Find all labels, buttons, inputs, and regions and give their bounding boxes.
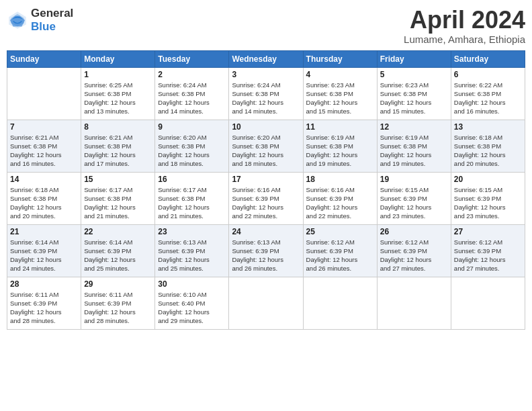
calendar-week-1: 1Sunrise: 6:25 AMSunset: 6:38 PMDaylight…	[7, 67, 525, 120]
day-info: Sunrise: 6:19 AMSunset: 6:38 PMDaylight:…	[306, 133, 374, 169]
day-number: 22	[84, 227, 152, 236]
calendar-cell: 9Sunrise: 6:20 AMSunset: 6:38 PMDaylight…	[155, 120, 229, 172]
day-info: Sunrise: 6:22 AMSunset: 6:38 PMDaylight:…	[454, 81, 522, 116]
calendar-cell	[377, 277, 451, 329]
day-info: Sunrise: 6:17 AMSunset: 6:38 PMDaylight:…	[158, 185, 226, 221]
title-block: April 2024 Lumame, Amhara, Ethiopia	[404, 7, 525, 45]
day-number: 2	[158, 70, 226, 79]
calendar-week-2: 7Sunrise: 6:21 AMSunset: 6:38 PMDaylight…	[7, 120, 525, 172]
calendar-cell: 16Sunrise: 6:17 AMSunset: 6:38 PMDayligh…	[155, 172, 229, 224]
day-info: Sunrise: 6:25 AMSunset: 6:38 PMDaylight:…	[84, 81, 152, 116]
day-info: Sunrise: 6:15 AMSunset: 6:39 PMDaylight:…	[454, 185, 522, 221]
calendar-cell	[451, 277, 525, 329]
weekday-wednesday: Wednesday	[229, 50, 303, 67]
weekday-header-row: SundayMondayTuesdayWednesdayThursdayFrid…	[7, 50, 525, 67]
day-info: Sunrise: 6:21 AMSunset: 6:38 PMDaylight:…	[10, 133, 78, 169]
calendar-cell: 19Sunrise: 6:15 AMSunset: 6:39 PMDayligh…	[377, 172, 451, 224]
calendar-cell: 23Sunrise: 6:13 AMSunset: 6:39 PMDayligh…	[155, 224, 229, 277]
day-info: Sunrise: 6:12 AMSunset: 6:39 PMDaylight:…	[380, 238, 448, 273]
day-info: Sunrise: 6:18 AMSunset: 6:38 PMDaylight:…	[454, 133, 522, 169]
day-number: 13	[454, 122, 522, 132]
day-number: 10	[232, 122, 300, 132]
day-info: Sunrise: 6:15 AMSunset: 6:39 PMDaylight:…	[380, 185, 448, 221]
day-number: 5	[380, 70, 448, 79]
calendar-cell: 18Sunrise: 6:16 AMSunset: 6:39 PMDayligh…	[303, 172, 377, 224]
page: General Blue April 2024 Lumame, Amhara, …	[0, 0, 532, 411]
day-number: 19	[380, 175, 448, 184]
day-info: Sunrise: 6:23 AMSunset: 6:38 PMDaylight:…	[380, 81, 448, 116]
day-info: Sunrise: 6:20 AMSunset: 6:38 PMDaylight:…	[158, 133, 226, 169]
calendar-cell: 21Sunrise: 6:14 AMSunset: 6:39 PMDayligh…	[7, 224, 81, 277]
calendar-week-4: 21Sunrise: 6:14 AMSunset: 6:39 PMDayligh…	[7, 224, 525, 277]
day-info: Sunrise: 6:23 AMSunset: 6:38 PMDaylight:…	[306, 81, 374, 116]
weekday-thursday: Thursday	[303, 50, 377, 67]
calendar-cell: 4Sunrise: 6:23 AMSunset: 6:38 PMDaylight…	[303, 67, 377, 120]
day-number: 29	[84, 279, 152, 289]
day-number: 30	[158, 279, 226, 289]
location: Lumame, Amhara, Ethiopia	[404, 34, 525, 45]
day-info: Sunrise: 6:21 AMSunset: 6:38 PMDaylight:…	[84, 133, 152, 169]
day-info: Sunrise: 6:19 AMSunset: 6:38 PMDaylight:…	[380, 133, 448, 169]
day-info: Sunrise: 6:18 AMSunset: 6:38 PMDaylight:…	[10, 185, 78, 221]
day-info: Sunrise: 6:16 AMSunset: 6:39 PMDaylight:…	[232, 185, 300, 221]
calendar-cell: 25Sunrise: 6:12 AMSunset: 6:39 PMDayligh…	[303, 224, 377, 277]
weekday-tuesday: Tuesday	[155, 50, 229, 67]
calendar-cell: 3Sunrise: 6:24 AMSunset: 6:38 PMDaylight…	[229, 67, 303, 120]
calendar-cell: 30Sunrise: 6:10 AMSunset: 6:40 PMDayligh…	[155, 277, 229, 329]
calendar-cell: 12Sunrise: 6:19 AMSunset: 6:38 PMDayligh…	[377, 120, 451, 172]
calendar-table: SundayMondayTuesdayWednesdayThursdayFrid…	[7, 50, 525, 330]
day-number: 18	[306, 175, 374, 184]
day-info: Sunrise: 6:20 AMSunset: 6:38 PMDaylight:…	[232, 133, 300, 169]
calendar-cell	[303, 277, 377, 329]
calendar-cell: 28Sunrise: 6:11 AMSunset: 6:39 PMDayligh…	[7, 277, 81, 329]
calendar-body: 1Sunrise: 6:25 AMSunset: 6:38 PMDaylight…	[7, 67, 525, 329]
day-number: 16	[158, 175, 226, 184]
calendar-cell: 22Sunrise: 6:14 AMSunset: 6:39 PMDayligh…	[81, 224, 155, 277]
day-info: Sunrise: 6:14 AMSunset: 6:39 PMDaylight:…	[84, 238, 152, 273]
day-info: Sunrise: 6:14 AMSunset: 6:39 PMDaylight:…	[10, 238, 78, 273]
calendar-cell: 13Sunrise: 6:18 AMSunset: 6:38 PMDayligh…	[451, 120, 525, 172]
day-number: 24	[232, 227, 300, 236]
calendar-cell: 24Sunrise: 6:13 AMSunset: 6:39 PMDayligh…	[229, 224, 303, 277]
day-number: 11	[306, 122, 374, 132]
calendar-cell: 26Sunrise: 6:12 AMSunset: 6:39 PMDayligh…	[377, 224, 451, 277]
calendar-header: SundayMondayTuesdayWednesdayThursdayFrid…	[7, 50, 525, 67]
day-info: Sunrise: 6:24 AMSunset: 6:38 PMDaylight:…	[232, 81, 300, 116]
calendar-week-5: 28Sunrise: 6:11 AMSunset: 6:39 PMDayligh…	[7, 277, 525, 329]
day-info: Sunrise: 6:17 AMSunset: 6:38 PMDaylight:…	[84, 185, 152, 221]
day-number: 8	[84, 122, 152, 132]
calendar-cell	[229, 277, 303, 329]
logo-text: General Blue	[31, 7, 73, 33]
day-number: 1	[84, 70, 152, 79]
day-number: 3	[232, 70, 300, 79]
day-number: 20	[454, 175, 522, 184]
calendar-cell: 27Sunrise: 6:12 AMSunset: 6:39 PMDayligh…	[451, 224, 525, 277]
day-number: 9	[158, 122, 226, 132]
calendar-cell: 10Sunrise: 6:20 AMSunset: 6:38 PMDayligh…	[229, 120, 303, 172]
day-info: Sunrise: 6:11 AMSunset: 6:39 PMDaylight:…	[84, 290, 152, 326]
calendar-week-3: 14Sunrise: 6:18 AMSunset: 6:38 PMDayligh…	[7, 172, 525, 224]
calendar-cell: 29Sunrise: 6:11 AMSunset: 6:39 PMDayligh…	[81, 277, 155, 329]
day-info: Sunrise: 6:12 AMSunset: 6:39 PMDaylight:…	[306, 238, 374, 273]
day-number: 14	[10, 175, 78, 184]
logo-general: General	[31, 7, 73, 20]
calendar-cell: 14Sunrise: 6:18 AMSunset: 6:38 PMDayligh…	[7, 172, 81, 224]
weekday-monday: Monday	[81, 50, 155, 67]
calendar-cell: 8Sunrise: 6:21 AMSunset: 6:38 PMDaylight…	[81, 120, 155, 172]
day-number: 6	[454, 70, 522, 79]
calendar-cell: 5Sunrise: 6:23 AMSunset: 6:38 PMDaylight…	[377, 67, 451, 120]
calendar-cell: 6Sunrise: 6:22 AMSunset: 6:38 PMDaylight…	[451, 67, 525, 120]
weekday-sunday: Sunday	[7, 50, 81, 67]
day-info: Sunrise: 6:16 AMSunset: 6:39 PMDaylight:…	[306, 185, 374, 221]
day-number: 15	[84, 175, 152, 184]
calendar-cell: 7Sunrise: 6:21 AMSunset: 6:38 PMDaylight…	[7, 120, 81, 172]
logo-blue: Blue	[31, 20, 73, 34]
calendar-cell: 2Sunrise: 6:24 AMSunset: 6:38 PMDaylight…	[155, 67, 229, 120]
calendar-cell: 15Sunrise: 6:17 AMSunset: 6:38 PMDayligh…	[81, 172, 155, 224]
logo-icon	[7, 9, 28, 31]
day-number: 17	[232, 175, 300, 184]
month-title: April 2024	[404, 7, 525, 34]
calendar-cell: 11Sunrise: 6:19 AMSunset: 6:38 PMDayligh…	[303, 120, 377, 172]
day-number: 21	[10, 227, 78, 236]
calendar-cell: 17Sunrise: 6:16 AMSunset: 6:39 PMDayligh…	[229, 172, 303, 224]
